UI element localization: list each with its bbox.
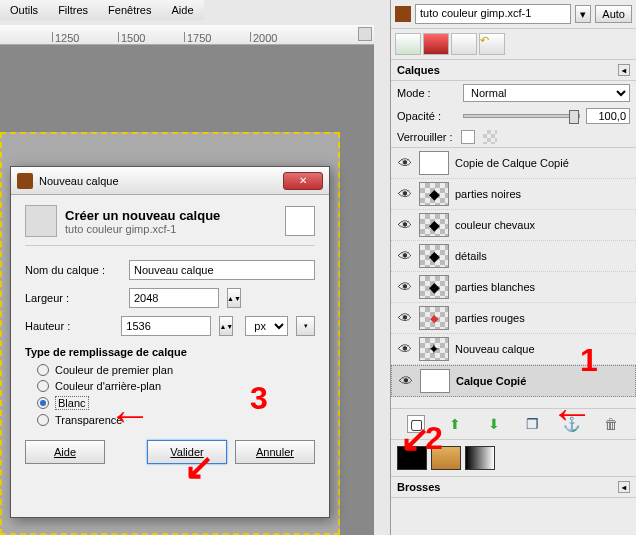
eye-icon[interactable]: 👁 bbox=[397, 248, 413, 264]
radio-label: Blanc bbox=[55, 396, 89, 410]
radio-transparent[interactable] bbox=[37, 414, 49, 426]
radio-foreground[interactable] bbox=[37, 364, 49, 376]
layer-thumb[interactable]: ◆ bbox=[419, 244, 449, 268]
opacity-slider[interactable] bbox=[463, 114, 580, 118]
unit-select[interactable]: px bbox=[245, 316, 288, 336]
eye-icon[interactable]: 👁 bbox=[397, 217, 413, 233]
arrow-3: ← bbox=[108, 390, 152, 440]
layers-list[interactable]: 👁Copie de Calque Copié 👁◆parties noires … bbox=[391, 148, 636, 408]
dialog-title: Nouveau calque bbox=[39, 175, 283, 187]
layer-thumb[interactable]: ◆ bbox=[419, 213, 449, 237]
ruler-tick: 1500 bbox=[118, 32, 145, 42]
layer-thumb[interactable]: ◆ bbox=[419, 306, 449, 330]
raise-layer-icon[interactable]: ⬆ bbox=[446, 415, 464, 433]
delete-layer-icon[interactable]: 🗑 bbox=[602, 415, 620, 433]
gimp-logo-icon bbox=[17, 173, 33, 189]
undo-tab-icon[interactable]: ↶ bbox=[479, 33, 505, 55]
cancel-button[interactable]: Annuler bbox=[235, 440, 315, 464]
lock-label: Verrouiller : bbox=[397, 131, 453, 143]
lower-layer-icon[interactable]: ⬇ bbox=[485, 415, 503, 433]
duplicate-layer-icon[interactable]: ❐ bbox=[524, 415, 542, 433]
arrow-ok: ↙ bbox=[184, 446, 214, 488]
panel-menu-icon[interactable]: ◂ bbox=[618, 64, 630, 76]
dock-tabs[interactable]: ↶ bbox=[391, 29, 636, 60]
layer-thumb[interactable]: ✦ bbox=[419, 337, 449, 361]
arrow-1: ← bbox=[550, 388, 594, 438]
layer-thumb[interactable]: ◆ bbox=[419, 275, 449, 299]
lock-pixels-checkbox[interactable] bbox=[461, 130, 475, 144]
eye-icon[interactable]: 👁 bbox=[398, 373, 414, 389]
new-layer-dialog: Nouveau calque ✕ Créer un nouveau calque… bbox=[10, 166, 330, 518]
ruler-toggle-icon[interactable] bbox=[358, 27, 372, 41]
main-menu[interactable]: Outils Filtres Fenêtres Aide bbox=[0, 0, 204, 20]
ruler-tick: 2000 bbox=[250, 32, 277, 42]
annotation-1: 1 bbox=[580, 342, 598, 379]
layers-tab-icon[interactable] bbox=[395, 33, 421, 55]
arrow-2: ↙ bbox=[400, 418, 430, 460]
menu-filtres[interactable]: Filtres bbox=[52, 2, 94, 18]
menu-aide[interactable]: Aide bbox=[166, 2, 200, 18]
layer-name-input[interactable] bbox=[129, 260, 315, 280]
horizontal-ruler: 1250 1500 1750 2000 bbox=[0, 25, 374, 45]
layer-name[interactable]: parties noires bbox=[455, 188, 630, 200]
layer-name[interactable]: parties rouges bbox=[455, 312, 630, 324]
eye-icon[interactable]: 👁 bbox=[397, 186, 413, 202]
menu-fenetres[interactable]: Fenêtres bbox=[102, 2, 157, 18]
layer-name-label: Nom du calque : bbox=[25, 264, 121, 276]
eye-icon[interactable]: 👁 bbox=[397, 341, 413, 357]
height-input[interactable] bbox=[121, 316, 211, 336]
width-spinner[interactable]: ▲▼ bbox=[227, 288, 241, 308]
auto-button[interactable]: Auto bbox=[595, 5, 632, 23]
preview-thumb bbox=[285, 206, 315, 236]
mode-label: Mode : bbox=[397, 87, 457, 99]
menu-outils[interactable]: Outils bbox=[4, 2, 44, 18]
lock-alpha-icon[interactable] bbox=[483, 130, 497, 144]
gimp-logo-icon bbox=[395, 6, 411, 22]
help-button[interactable]: Aide bbox=[25, 440, 105, 464]
ruler-tick: 1750 bbox=[184, 32, 211, 42]
new-layer-icon bbox=[25, 205, 57, 237]
layers-title: Calques bbox=[397, 64, 440, 76]
panel-menu-icon[interactable]: ◂ bbox=[618, 481, 630, 493]
dialog-subtitle: tuto couleur gimp.xcf-1 bbox=[65, 223, 220, 235]
fill-type-label: Type de remplissage de calque bbox=[25, 346, 315, 358]
close-button[interactable]: ✕ bbox=[283, 172, 323, 190]
opacity-value[interactable]: 100,0 bbox=[586, 108, 630, 124]
layer-name[interactable]: détails bbox=[455, 250, 630, 262]
eye-icon[interactable]: 👁 bbox=[397, 310, 413, 326]
layer-name[interactable]: couleur chevaux bbox=[455, 219, 630, 231]
radio-background[interactable] bbox=[37, 380, 49, 392]
radio-white[interactable] bbox=[37, 397, 49, 409]
mode-select[interactable]: Normal bbox=[463, 84, 630, 102]
layer-thumb[interactable] bbox=[419, 151, 449, 175]
width-label: Largeur : bbox=[25, 292, 121, 304]
radio-label: Couleur de premier plan bbox=[55, 364, 173, 376]
layer-name[interactable]: Copie de Calque Copié bbox=[455, 157, 630, 169]
channels-tab-icon[interactable] bbox=[423, 33, 449, 55]
document-selector[interactable]: tuto couleur gimp.xcf-1 bbox=[415, 4, 571, 24]
brosses-title: Brosses bbox=[397, 481, 440, 493]
opacity-label: Opacité : bbox=[397, 110, 457, 122]
layer-name[interactable]: Calque Copié bbox=[456, 375, 629, 387]
layer-name[interactable]: Nouveau calque bbox=[455, 343, 630, 355]
dialog-header: Créer un nouveau calque bbox=[65, 208, 220, 223]
paths-tab-icon[interactable] bbox=[451, 33, 477, 55]
layer-thumb[interactable] bbox=[420, 369, 450, 393]
unit-dropdown-icon[interactable]: ▾ bbox=[296, 316, 315, 336]
eye-icon[interactable]: 👁 bbox=[397, 279, 413, 295]
width-input[interactable] bbox=[129, 288, 219, 308]
ruler-tick: 1250 bbox=[52, 32, 79, 42]
layer-thumb[interactable]: ◆ bbox=[419, 182, 449, 206]
dialog-titlebar[interactable]: Nouveau calque ✕ bbox=[11, 167, 329, 195]
swatch-gradient[interactable] bbox=[465, 446, 495, 470]
document-dropdown-icon[interactable]: ▾ bbox=[575, 5, 591, 23]
annotation-3: 3 bbox=[250, 380, 268, 417]
eye-icon[interactable]: 👁 bbox=[397, 155, 413, 171]
height-label: Hauteur : bbox=[25, 320, 113, 332]
height-spinner[interactable]: ▲▼ bbox=[219, 316, 233, 336]
layer-name[interactable]: parties blanches bbox=[455, 281, 630, 293]
